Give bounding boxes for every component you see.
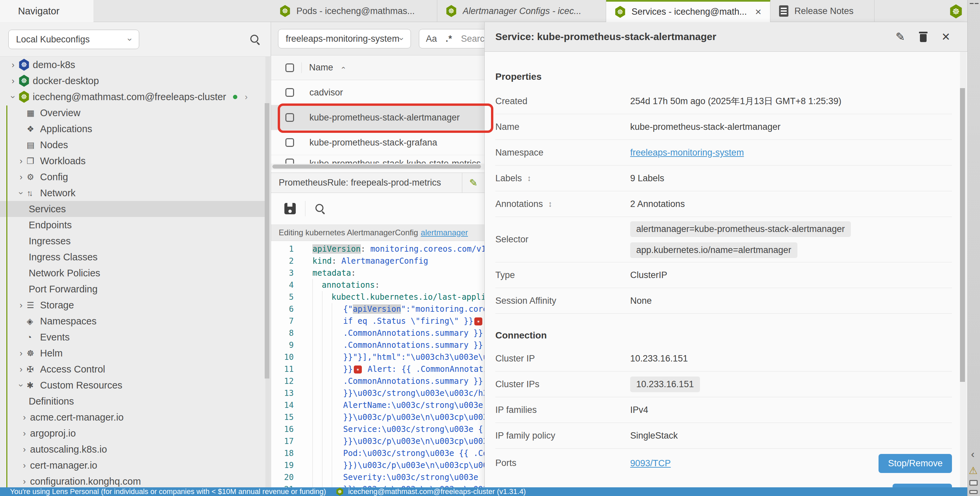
drawer-scrollbar[interactable] (960, 52, 967, 487)
tab-release-notes[interactable]: Release Notes (770, 0, 875, 22)
editing-object-link[interactable]: alertmanager (421, 228, 468, 237)
expander-icon[interactable]: › (7, 76, 19, 86)
table-row[interactable]: cadvisor (271, 80, 484, 105)
delete-icon[interactable] (919, 32, 928, 42)
sidebar-item-demo-k8s[interactable]: ›☸demo-k8s (0, 57, 265, 73)
sidebar-item-icecheng-mathmast-com-freeleaps-cluster[interactable]: ›☸icecheng@mathmast.com@freeleaps-cluste… (0, 89, 265, 105)
chevron-down-icon: › (125, 38, 135, 41)
warning-icon[interactable]: ⚠ (969, 465, 978, 476)
table-row[interactable]: kube-prometheus-stack-kube-state-metrics (271, 155, 484, 164)
expander-icon[interactable]: › (7, 60, 19, 70)
sidebar-item-overview[interactable]: ›▦Overview (0, 105, 265, 121)
expander-icon[interactable]: › (15, 172, 27, 182)
expander-icon[interactable]: › (19, 476, 30, 486)
expander-icon[interactable]: › (19, 444, 30, 455)
sidebar-item-storage[interactable]: ›☰Storage (0, 297, 265, 313)
yaml-editor[interactable]: 1apiVersion: monitoring.coreos.com/v12ki… (271, 241, 484, 487)
sidebar-item-configuration-konghq-com[interactable]: ›configuration.konghq.com (0, 473, 265, 487)
property-row-session-affinity: Session AffinityNone (495, 288, 952, 314)
panel-toggle-icon[interactable] (969, 480, 978, 486)
namespaces-icon: ◈ (27, 316, 40, 326)
indent-guide (322, 303, 323, 315)
sidebar-item-services[interactable]: ›Services (0, 201, 265, 217)
sidebar-item-custom-resources[interactable]: ›✱Custom Resources (0, 377, 265, 393)
sidebar-item-network[interactable]: ›↑↓Network (0, 185, 265, 201)
sidebar-item-ingresses[interactable]: ›Ingresses (0, 233, 265, 249)
search-icon[interactable] (250, 34, 260, 45)
sidebar-item-nodes[interactable]: ›▤Nodes (0, 137, 265, 153)
row-checkbox[interactable] (285, 159, 294, 164)
port-link[interactable]: 9093/TCP (630, 458, 671, 469)
namespace-selector[interactable]: freeleaps-monitoring-system › (278, 29, 411, 48)
code-line: 6{"apiVersion":"monitoring.core (271, 303, 484, 315)
tab-services-icecheng-math[interactable]: ☸Services - icecheng@math...× (606, 0, 770, 22)
sidebar-item-network-policies[interactable]: ›Network Policies (0, 265, 265, 281)
navigator-tab[interactable]: Navigator (0, 0, 94, 22)
edit-icon[interactable]: ✎ (469, 177, 478, 189)
table-row[interactable]: kube-prometheus-stack-grafana (271, 130, 484, 155)
sidebar-item-config[interactable]: ›⚙Config (0, 169, 265, 185)
chevron-left-icon[interactable]: ‹ (971, 448, 975, 460)
sidebar-scrollbar[interactable] (266, 57, 270, 487)
property-row-annotations: Annotations↕2 Annotations (495, 191, 952, 217)
save-icon[interactable] (285, 203, 296, 214)
close-icon[interactable]: × (942, 30, 950, 44)
sidebar-item-endpoints[interactable]: ›Endpoints (0, 217, 265, 233)
sidebar-item-port-forwarding[interactable]: ›Port Forwarding (0, 281, 265, 297)
property-label: Created (495, 96, 630, 107)
indent-guide (332, 351, 332, 363)
horizontal-scrollbar[interactable] (271, 164, 484, 170)
kubeconfig-selector[interactable]: Local Kubeconfigs › (8, 30, 139, 49)
chevron-right-icon[interactable]: › (241, 92, 252, 102)
sidebar-item-acme-cert-manager-io[interactable]: ›acme.cert-manager.io (0, 409, 265, 425)
row-checkbox[interactable] (285, 88, 294, 97)
expander-icon[interactable]: › (19, 412, 30, 423)
sidebar-item-workloads[interactable]: ›❒Workloads (0, 153, 265, 169)
expander-icon[interactable]: › (19, 460, 30, 471)
sort-updown-icon[interactable]: ↕ (549, 199, 552, 208)
table-row[interactable]: kube-prometheus-stack-alertmanager (271, 105, 484, 130)
namespace-link[interactable]: freeleaps-monitoring-system (630, 148, 744, 158)
sidebar-item-helm[interactable]: ›☸Helm (0, 345, 265, 361)
sidebar-item-namespaces[interactable]: ›◈Namespaces (0, 313, 265, 329)
sort-updown-icon[interactable]: ↕ (527, 173, 531, 183)
select-all-checkbox[interactable] (285, 64, 294, 72)
expander-icon[interactable]: › (8, 91, 18, 102)
expander-icon[interactable]: › (15, 156, 27, 166)
sidebar-item-access-control[interactable]: ›✠Access Control (0, 361, 265, 377)
sidebar-item-events[interactable]: ›◔Events (0, 329, 265, 345)
port-action-button-stop-remove[interactable]: Stop/Remove (878, 454, 952, 473)
expander-icon[interactable]: › (16, 380, 26, 391)
port-action-button-forward[interactable]: Forward... (892, 484, 952, 487)
tab-close-icon[interactable]: × (748, 6, 761, 18)
sidebar-item-applications[interactable]: ›❖Applications (0, 121, 265, 137)
regex-icon[interactable]: .* (445, 34, 452, 44)
sidebar-item-cert-manager-io[interactable]: ›cert-manager.io (0, 457, 265, 473)
scrollbar-thumb[interactable] (272, 165, 481, 169)
sort-ascending-icon[interactable]: › (339, 67, 347, 69)
scrollbar-thumb[interactable] (265, 103, 269, 378)
expander-icon[interactable]: › (16, 187, 26, 199)
line-number: 3 (271, 267, 302, 279)
row-checkbox[interactable] (285, 113, 294, 122)
sidebar-item-docker-desktop[interactable]: ›☸docker-desktop (0, 73, 265, 89)
expander-icon[interactable]: › (15, 364, 27, 375)
sidebar-item-autoscaling-k8s-io[interactable]: ›autoscaling.k8s.io (0, 441, 265, 457)
search-box[interactable]: Aa .* Search (419, 29, 484, 48)
match-case-icon[interactable]: Aa (426, 34, 437, 44)
editor-search-icon[interactable] (315, 203, 325, 214)
expander-icon[interactable]: › (15, 300, 27, 310)
tab-pods-icecheng-mathmas[interactable]: ☸Pods - icecheng@mathmas... (271, 0, 437, 22)
row-checkbox[interactable] (285, 138, 294, 147)
sidebar-item-definitions[interactable]: ›Definitions (0, 393, 265, 409)
name-column-header[interactable]: Name (309, 62, 333, 73)
edit-icon[interactable]: ✎ (896, 30, 905, 43)
expander-icon[interactable]: › (19, 428, 30, 439)
tab-alertmanager-configs-icec[interactable]: ☸Alertmanager Configs - icec... (437, 0, 606, 22)
sidebar-item-argoproj-io[interactable]: ›argoproj.io (0, 425, 265, 441)
panel-toggle-icon[interactable] (969, 490, 978, 494)
scrollbar-thumb[interactable] (960, 88, 965, 382)
sidebar-item-ingress-classes[interactable]: ›Ingress Classes (0, 249, 265, 265)
sidebar-item-label: Endpoints (29, 219, 72, 231)
expander-icon[interactable]: › (15, 348, 27, 358)
